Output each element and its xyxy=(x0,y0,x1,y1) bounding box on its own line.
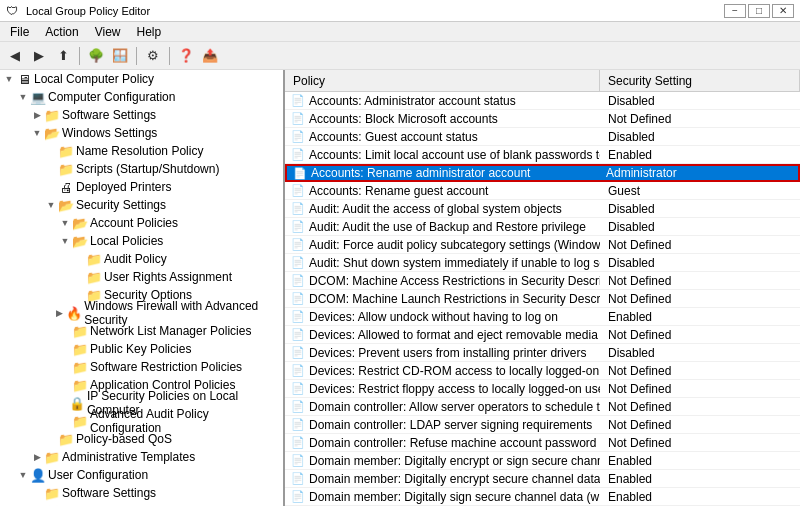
tree-expand-win-settings[interactable]: ▼ xyxy=(30,128,44,138)
table-row[interactable]: 📄DCOM: Machine Launch Restrictions in Se… xyxy=(285,290,800,308)
menu-view[interactable]: View xyxy=(89,23,127,41)
export-button[interactable]: 📤 xyxy=(199,45,221,67)
table-row[interactable]: 📄Devices: Restrict floppy access to loca… xyxy=(285,380,800,398)
table-row[interactable]: 📄Audit: Shut down system immediately if … xyxy=(285,254,800,272)
tree-node-audit-policy[interactable]: 📁Audit Policy xyxy=(0,250,283,268)
tree-node-user-win[interactable]: 📁Windows Settings xyxy=(0,502,283,506)
tree-expand-sw-settings[interactable]: ▶ xyxy=(30,110,44,120)
table-row[interactable]: 📄Devices: Allow undock without having to… xyxy=(285,308,800,326)
cell-policy-0: 📄Accounts: Administrator account status xyxy=(285,93,600,109)
table-row[interactable]: 📄DCOM: Machine Access Restrictions in Se… xyxy=(285,272,800,290)
tree-expand-wf-adv-security[interactable]: ▶ xyxy=(52,308,66,318)
tree-icon-name-res: 📁 xyxy=(58,144,74,158)
tree-node-sw-restrict[interactable]: 📁Software Restriction Policies xyxy=(0,358,283,376)
close-button[interactable]: ✕ xyxy=(772,4,794,18)
show-hide-tree-button[interactable]: 🌳 xyxy=(85,45,107,67)
policy-text-17: Domain controller: Allow server operator… xyxy=(309,400,600,414)
tree-node-deployed[interactable]: 🖨Deployed Printers xyxy=(0,178,283,196)
tree-node-computer[interactable]: ▼💻Computer Configuration xyxy=(0,88,283,106)
cell-security-16: Not Defined xyxy=(600,381,800,397)
menu-file[interactable]: File xyxy=(4,23,35,41)
tree-expand-local-policies[interactable]: ▼ xyxy=(58,236,72,246)
table-row[interactable]: 📄Audit: Force audit policy subcategory s… xyxy=(285,236,800,254)
tree-icon-win-settings: 📂 xyxy=(44,126,60,140)
minimize-button[interactable]: − xyxy=(724,4,746,18)
table-row[interactable]: 📄Devices: Restrict CD-ROM access to loca… xyxy=(285,362,800,380)
table-row[interactable]: 📄Domain controller: Allow server operato… xyxy=(285,398,800,416)
window-title: Local Group Policy Editor xyxy=(26,5,150,17)
tree-icon-sw-restrict: 📁 xyxy=(72,360,88,374)
table-row[interactable]: 📄Accounts: Limit local account use of bl… xyxy=(285,146,800,164)
cell-security-10: Not Defined xyxy=(600,273,800,289)
cell-security-19: Not Defined xyxy=(600,435,800,451)
tree-node-sw-settings[interactable]: ▶📁Software Settings xyxy=(0,106,283,124)
toolbar: ◀ ▶ ⬆ 🌳 🪟 ⚙ ❓ 📤 xyxy=(0,42,800,70)
new-window-button[interactable]: 🪟 xyxy=(109,45,131,67)
cell-policy-19: 📄Domain controller: Refuse machine accou… xyxy=(285,435,600,451)
tree-node-net-list-mgr[interactable]: 📁Network List Manager Policies xyxy=(0,322,283,340)
tree-node-win-settings[interactable]: ▼📂Windows Settings xyxy=(0,124,283,142)
help-button[interactable]: ❓ xyxy=(175,45,197,67)
table-area[interactable]: 📄Accounts: Administrator account statusD… xyxy=(285,92,800,506)
menu-action[interactable]: Action xyxy=(39,23,84,41)
up-button[interactable]: ⬆ xyxy=(52,45,74,67)
table-row[interactable]: 📄Domain controller: Refuse machine accou… xyxy=(285,434,800,452)
tree-node-user-config[interactable]: ▼👤User Configuration xyxy=(0,466,283,484)
table-row[interactable]: 📄Devices: Allowed to format and eject re… xyxy=(285,326,800,344)
table-row[interactable]: 📄Accounts: Administrator account statusD… xyxy=(285,92,800,110)
table-row[interactable]: 📄Domain member: Digitally sign secure ch… xyxy=(285,488,800,506)
tree-node-admin-templates-comp[interactable]: ▶📁Administrative Templates xyxy=(0,448,283,466)
tree-node-account-policies[interactable]: ▼📂Account Policies xyxy=(0,214,283,232)
table-row[interactable]: 📄Domain member: Digitally encrypt or sig… xyxy=(285,452,800,470)
tree-expand-account-policies[interactable]: ▼ xyxy=(58,218,72,228)
tree-expand-root[interactable]: ▼ xyxy=(2,74,16,84)
forward-button[interactable]: ▶ xyxy=(28,45,50,67)
tree-label-deployed: Deployed Printers xyxy=(76,180,171,194)
cell-policy-7: 📄Audit: Audit the use of Backup and Rest… xyxy=(285,219,600,235)
tree-node-name-res[interactable]: 📁Name Resolution Policy xyxy=(0,142,283,160)
right-panel: Policy Security Setting 📄Accounts: Admin… xyxy=(285,70,800,506)
properties-button[interactable]: ⚙ xyxy=(142,45,164,67)
toolbar-sep-1 xyxy=(79,47,80,65)
cell-security-18: Not Defined xyxy=(600,417,800,433)
table-row[interactable]: 📄Audit: Audit the access of global syste… xyxy=(285,200,800,218)
maximize-button[interactable]: □ xyxy=(748,4,770,18)
tree-label-user-config: User Configuration xyxy=(48,468,148,482)
col-header-security[interactable]: Security Setting xyxy=(600,70,800,91)
back-button[interactable]: ◀ xyxy=(4,45,26,67)
tree-node-security[interactable]: ▼📂Security Settings xyxy=(0,196,283,214)
tree-node-adv-audit[interactable]: 📁Advanced Audit Policy Configuration xyxy=(0,412,283,430)
table-row[interactable]: 📄Domain member: Digitally encrypt secure… xyxy=(285,470,800,488)
tree-expand-user-config[interactable]: ▼ xyxy=(16,470,30,480)
tree-node-pub-key[interactable]: 📁Public Key Policies xyxy=(0,340,283,358)
tree-expand-admin-templates-comp[interactable]: ▶ xyxy=(30,452,44,462)
tree-node-wf-adv-security[interactable]: ▶🔥Windows Firewall with Advanced Securit… xyxy=(0,304,283,322)
row-policy-icon-11: 📄 xyxy=(291,292,305,306)
tree-expand-security[interactable]: ▼ xyxy=(44,200,58,210)
tree-node-scripts[interactable]: 📁Scripts (Startup/Shutdown) xyxy=(0,160,283,178)
col-header-policy[interactable]: Policy xyxy=(285,70,600,91)
cell-policy-13: 📄Devices: Allowed to format and eject re… xyxy=(285,327,600,343)
menu-help[interactable]: Help xyxy=(131,23,168,41)
title-bar: 🛡 Local Group Policy Editor − □ ✕ xyxy=(0,0,800,22)
table-row[interactable]: 📄Accounts: Rename guest accountGuest xyxy=(285,182,800,200)
policy-text-20: Domain member: Digitally encrypt or sign… xyxy=(309,454,600,468)
cell-policy-14: 📄Devices: Prevent users from installing … xyxy=(285,345,600,361)
tree-expand-computer[interactable]: ▼ xyxy=(16,92,30,102)
table-row[interactable]: 📄Domain controller: LDAP server signing … xyxy=(285,416,800,434)
row-policy-icon-19: 📄 xyxy=(291,436,305,450)
table-row[interactable]: 📄Audit: Audit the use of Backup and Rest… xyxy=(285,218,800,236)
table-row[interactable]: 📄Accounts: Guest account statusDisabled xyxy=(285,128,800,146)
table-row[interactable]: 📄Accounts: Rename administrator accountA… xyxy=(285,164,800,182)
table-row[interactable]: 📄Accounts: Block Microsoft accountsNot D… xyxy=(285,110,800,128)
row-policy-icon-12: 📄 xyxy=(291,310,305,324)
tree-node-user-sw[interactable]: 📁Software Settings xyxy=(0,484,283,502)
row-policy-icon-8: 📄 xyxy=(291,238,305,252)
tree-node-root[interactable]: ▼🖥Local Computer Policy xyxy=(0,70,283,88)
table-row[interactable]: 📄Devices: Prevent users from installing … xyxy=(285,344,800,362)
tree-label-adv-audit: Advanced Audit Policy Configuration xyxy=(90,407,283,435)
cell-security-22: Enabled xyxy=(600,489,800,505)
tree-label-name-res: Name Resolution Policy xyxy=(76,144,203,158)
tree-node-local-policies[interactable]: ▼📂Local Policies xyxy=(0,232,283,250)
tree-node-user-rights[interactable]: 📁User Rights Assignment xyxy=(0,268,283,286)
